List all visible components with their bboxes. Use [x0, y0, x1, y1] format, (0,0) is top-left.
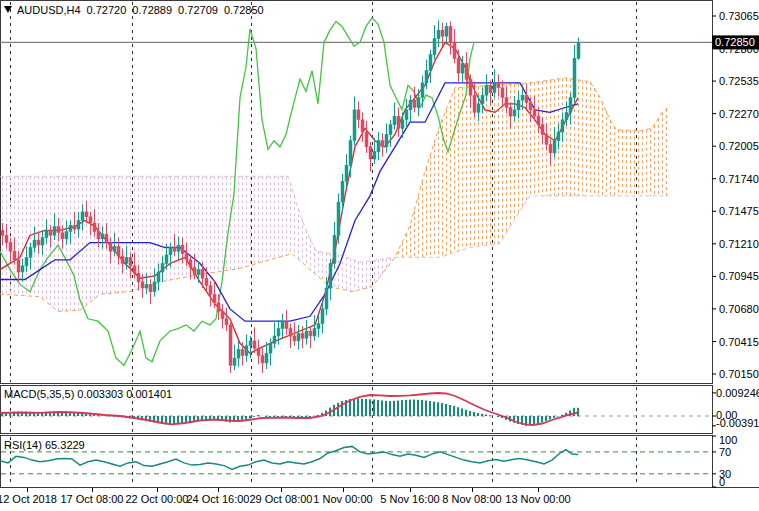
time-axis[interactable]: 12 Oct 201817 Oct 08:0022 Oct 00:0024 Oc…	[0, 488, 571, 505]
candle-body	[561, 120, 564, 132]
candle-body	[265, 353, 268, 363]
candle-body	[73, 225, 76, 229]
macd-bar	[381, 401, 383, 417]
candle-body	[29, 248, 32, 258]
price-tick-label: 0.72005	[719, 140, 759, 152]
rsi-axis[interactable]: 10070300	[712, 434, 737, 488]
candle-body	[333, 235, 336, 263]
ohlc-low: 0.72709	[178, 4, 218, 16]
candle-body	[505, 98, 508, 108]
candle-body	[429, 55, 432, 71]
macd-bar	[229, 416, 231, 423]
macd-signal-value: 0.001401	[126, 388, 172, 400]
macd-bar	[253, 416, 255, 417]
candle-body	[41, 238, 44, 245]
macd-bar	[545, 416, 547, 421]
candle-body	[549, 144, 552, 153]
price-tick-label: 0.71210	[719, 238, 759, 250]
candle-body	[389, 125, 392, 135]
candle-body	[349, 141, 352, 166]
macd-bar	[389, 401, 391, 416]
chart-canvas[interactable]: 0.730650.728000.725350.722700.720050.717…	[0, 0, 759, 511]
candle-body	[445, 26, 448, 36]
ohlc-open: 0.72720	[87, 4, 127, 16]
candle-body	[385, 135, 388, 147]
candle-body	[481, 95, 484, 104]
rsi-panel[interactable]	[1, 436, 713, 488]
candle-body	[521, 95, 524, 100]
macd-bar	[421, 400, 423, 416]
candle-body	[469, 79, 472, 95]
ohlc-high: 0.72889	[132, 4, 172, 16]
chart-title: AUDUSD,H40.727200.728890.727090.72850	[17, 4, 270, 16]
price-tick-label: 0.70415	[719, 336, 759, 348]
candle-body	[205, 278, 208, 285]
macd-bar	[449, 405, 451, 416]
macd-bar	[393, 401, 395, 416]
candle-body	[541, 125, 544, 135]
candle-body	[45, 230, 48, 237]
candle-body	[229, 325, 232, 366]
macd-bar	[365, 399, 367, 416]
candle-body	[365, 132, 368, 147]
price-tick-label: 0.72535	[719, 75, 759, 87]
candle-body	[545, 135, 548, 145]
candle-body	[97, 232, 100, 239]
macd-bar	[465, 410, 467, 416]
candle-body	[377, 141, 380, 152]
candle-body	[89, 217, 92, 223]
macd-bar	[417, 400, 419, 416]
candle-body	[517, 100, 520, 110]
candle-body	[373, 152, 376, 159]
macd-axis[interactable]: 0.0092460.00-0.003916	[712, 387, 759, 429]
candle-body	[9, 243, 12, 252]
candle-body	[533, 110, 536, 116]
candle-body	[253, 341, 256, 348]
price-tick-label: 0.70945	[719, 270, 759, 282]
candle-body	[77, 221, 80, 230]
time-axis-label: 1 Nov 00:00	[313, 493, 372, 505]
candle-body	[53, 227, 56, 236]
macd-bar	[409, 400, 411, 416]
candle-body	[17, 260, 20, 272]
macd-bar	[245, 416, 247, 420]
candle-body	[353, 110, 356, 141]
macd-bar	[557, 416, 559, 417]
candle-body	[57, 227, 60, 233]
time-axis-label: 24 Oct 16:00	[187, 493, 250, 505]
macd-bar	[473, 412, 475, 416]
candle-body	[133, 266, 136, 273]
candle-body	[525, 95, 528, 102]
candle-body	[321, 309, 324, 324]
price-axis[interactable]: 0.730650.728000.725350.722700.720050.717…	[712, 10, 759, 380]
candle-body	[433, 39, 436, 55]
candle-body	[409, 100, 412, 110]
candle-body	[497, 83, 500, 88]
price-panel[interactable]	[1, 1, 713, 384]
candle-body	[301, 334, 304, 339]
chart-shift-marker-icon[interactable]	[4, 6, 12, 13]
candle-body	[577, 42, 580, 58]
candle-body	[149, 284, 152, 291]
candle-body	[405, 110, 408, 120]
rsi-tick-label: 100	[719, 434, 737, 446]
macd-bar	[489, 415, 491, 416]
macd-bar	[541, 416, 543, 422]
panel-frames	[0, 1, 759, 488]
macd-bar	[373, 400, 375, 417]
candle-body	[341, 181, 344, 202]
candle-body	[21, 266, 24, 272]
candle-body	[305, 331, 308, 338]
chart-window: 0.730650.728000.725350.722700.720050.717…	[0, 0, 759, 511]
macd-bar	[453, 406, 455, 416]
macd-bar	[433, 402, 435, 416]
macd-bar	[353, 399, 355, 416]
macd-bar	[361, 399, 363, 416]
candle-body	[273, 336, 276, 343]
macd-bar	[265, 416, 267, 417]
rsi-value: 65.3229	[45, 439, 85, 451]
candle-body	[277, 329, 280, 336]
candle-body	[413, 100, 416, 107]
candle-body	[81, 212, 84, 221]
macd-bar	[249, 416, 251, 419]
